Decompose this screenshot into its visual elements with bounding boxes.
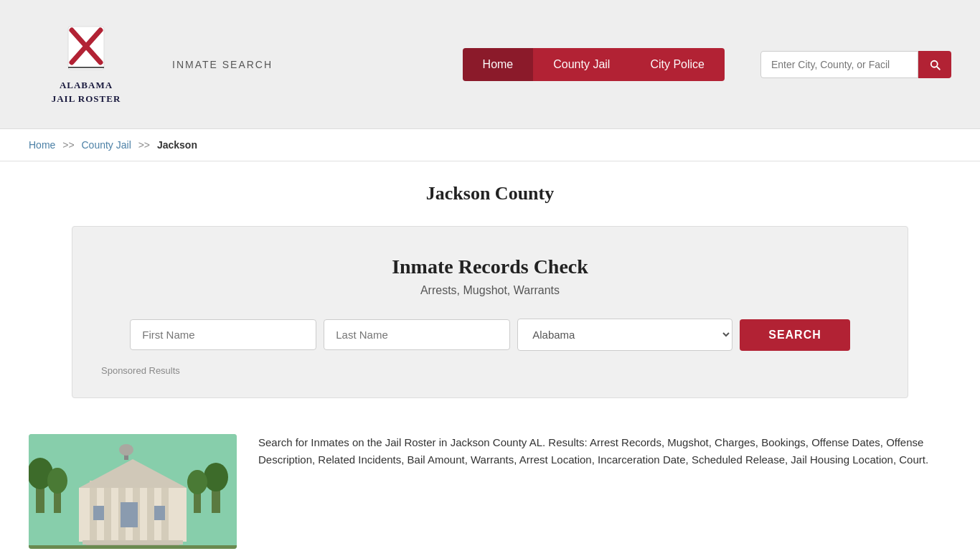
svg-rect-18 [147, 481, 154, 542]
records-form: Alabama Alaska Arizona Arkansas Californ… [101, 319, 879, 351]
records-check-subtitle: Arrests, Mugshot, Warrants [101, 284, 879, 297]
courthouse-image [29, 434, 237, 549]
state-select[interactable]: Alabama Alaska Arizona Arkansas Californ… [517, 319, 732, 351]
inmate-search-label: INMATE SEARCH [172, 59, 273, 70]
svg-rect-25 [154, 506, 165, 520]
svg-rect-15 [104, 481, 111, 542]
county-description: Search for Inmates on the Jail Roster in… [258, 434, 951, 468]
svg-point-27 [119, 444, 133, 456]
breadcrumb-sep-1: >> [62, 139, 74, 151]
records-check-title: Inmate Records Check [101, 255, 879, 278]
last-name-input[interactable] [324, 319, 510, 350]
site-logo-text: ALABAMA JAIL ROSTER [52, 79, 121, 105]
breadcrumb-home-link[interactable]: Home [29, 139, 55, 151]
svg-point-12 [187, 470, 207, 494]
nav-county-jail-button[interactable]: County Jail [533, 48, 630, 81]
svg-rect-24 [93, 506, 104, 520]
logo-area: ALABAMA JAIL ROSTER [29, 23, 143, 105]
breadcrumb-current: Jackson [157, 139, 197, 151]
breadcrumb-county-jail-link[interactable]: County Jail [82, 139, 131, 151]
breadcrumb-sep-2: >> [138, 139, 150, 151]
search-icon [928, 58, 941, 71]
header-search-bar [760, 51, 951, 78]
svg-point-8 [47, 468, 67, 494]
records-check-box: Inmate Records Check Arrests, Mugshot, W… [72, 226, 908, 398]
header: ALABAMA JAIL ROSTER INMATE SEARCH Home C… [0, 0, 980, 129]
header-search-input[interactable] [760, 51, 918, 78]
logo-icon [61, 23, 111, 73]
page-title: Jackson County [14, 183, 966, 204]
svg-rect-23 [121, 502, 138, 527]
svg-point-10 [204, 463, 228, 491]
page-title-area: Jackson County [0, 161, 980, 219]
main-nav: Home County Jail City Police [463, 48, 725, 81]
breadcrumb: Home >> County Jail >> Jackson [0, 129, 980, 161]
nav-home-button[interactable]: Home [463, 48, 534, 81]
nav-city-police-button[interactable]: City Police [630, 48, 725, 81]
sponsored-results-label: Sponsored Results [101, 365, 879, 376]
records-search-button[interactable]: SEARCH [740, 319, 850, 351]
main-content: Jackson County Inmate Records Check Arre… [0, 161, 980, 551]
first-name-input[interactable] [130, 319, 316, 350]
bottom-section: Search for Inmates on the Jail Roster in… [0, 420, 980, 551]
header-search-button[interactable] [918, 51, 951, 78]
svg-rect-21 [83, 540, 183, 545]
svg-rect-28 [29, 545, 237, 549]
